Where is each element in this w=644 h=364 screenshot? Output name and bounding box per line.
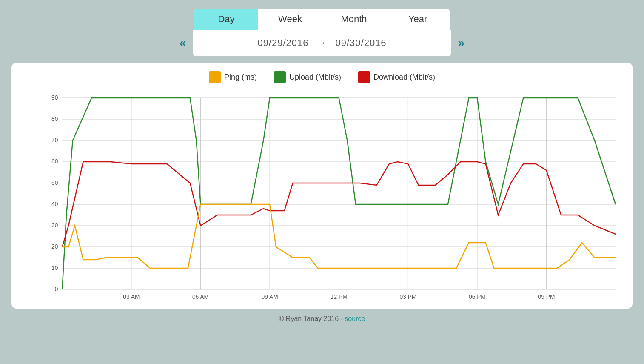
source-link[interactable]: source [345,315,365,322]
chart-area: 0 10 20 30 40 50 60 70 80 90 [41,89,620,302]
svg-text:90: 90 [51,94,58,101]
tab-week[interactable]: Week [258,9,322,30]
svg-text:0: 0 [55,286,58,292]
date-end: 09/30/2016 [336,37,387,49]
date-start: 09/29/2016 [257,37,308,49]
legend-upload: Upload (Mbit/s) [274,71,341,83]
navigation: Day Week Month Year « 09/29/2016 → 09/30… [173,9,471,56]
svg-text:80: 80 [51,115,58,122]
period-tabs: Day Week Month Year [194,9,450,30]
svg-text:10: 10 [51,264,58,271]
footer: © Ryan Tanay 2016 - source [279,315,365,327]
date-range: 09/29/2016 → 09/30/2016 [193,30,452,56]
tab-day[interactable]: Day [194,9,258,30]
svg-text:12 PM: 12 PM [331,293,348,300]
download-color-swatch [358,71,370,83]
chart-svg: 0 10 20 30 40 50 60 70 80 90 [41,89,620,302]
chart-legend: Ping (ms) Upload (Mbit/s) Download (Mbit… [20,71,624,83]
svg-text:60: 60 [51,158,58,165]
upload-label: Upload (Mbit/s) [289,73,341,82]
legend-ping: Ping (ms) [209,71,257,83]
svg-text:09 PM: 09 PM [538,293,555,300]
tab-year[interactable]: Year [386,9,450,30]
download-label: Download (Mbit/s) [373,73,435,82]
svg-text:20: 20 [51,243,58,250]
svg-text:06 AM: 06 AM [192,293,209,300]
chart-container: Ping (ms) Upload (Mbit/s) Download (Mbit… [11,63,633,309]
svg-text:70: 70 [51,137,58,143]
legend-download: Download (Mbit/s) [358,71,435,83]
next-button[interactable]: » [451,32,471,54]
svg-text:06 PM: 06 PM [469,293,486,300]
ping-color-swatch [209,71,221,83]
svg-text:40: 40 [51,201,58,207]
upload-color-swatch [274,71,286,83]
footer-text: © Ryan Tanay 2016 - [279,315,345,322]
date-arrow-icon: → [317,37,327,49]
svg-text:50: 50 [51,179,58,186]
svg-text:03 PM: 03 PM [399,293,416,300]
tab-month[interactable]: Month [322,9,386,30]
svg-text:30: 30 [51,222,58,229]
svg-text:09 AM: 09 AM [262,293,278,300]
svg-text:03 AM: 03 AM [123,293,140,300]
date-navigation: « 09/29/2016 → 09/30/2016 » [173,30,471,56]
prev-button[interactable]: « [173,32,193,54]
ping-label: Ping (ms) [224,73,257,82]
